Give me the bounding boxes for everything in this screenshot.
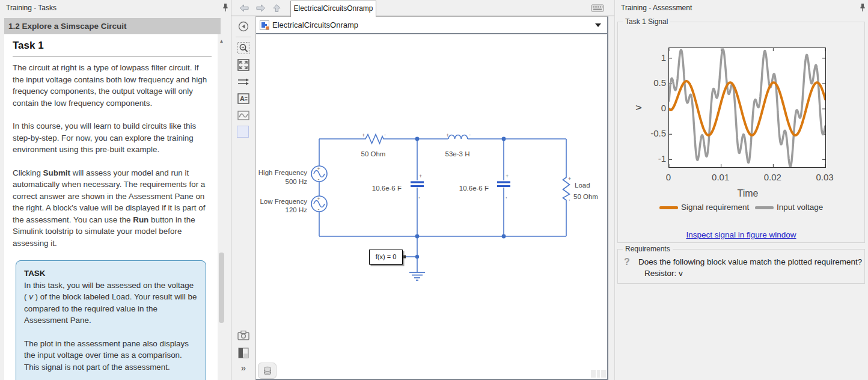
y-tick-label: -1 <box>640 153 666 164</box>
task-box-paragraph: The plot in the assessment pane also dis… <box>24 338 198 373</box>
palette-divider <box>236 37 251 37</box>
solver-block[interactable]: f(x) = 0 <box>369 250 403 265</box>
section-header[interactable]: 1.2 Explore a Simscape Circuit <box>4 18 221 34</box>
canvas-corner-widget[interactable] <box>591 370 596 378</box>
legend-input-voltage: Input voltage <box>777 203 823 212</box>
input-voltage-swatch <box>755 206 774 209</box>
y-tick-label: 1 <box>640 52 666 63</box>
svg-text:,: , <box>418 193 420 199</box>
pin-icon[interactable] <box>222 3 229 13</box>
editor-palette: A » <box>231 16 255 380</box>
svg-text:A: A <box>240 95 245 102</box>
canvas-corner-widget[interactable] <box>601 370 606 378</box>
svg-text:+: + <box>419 173 422 179</box>
x-tick-label: 0.01 <box>706 172 736 182</box>
svg-text:+: + <box>317 196 320 202</box>
collapse-browser-icon[interactable] <box>237 20 250 33</box>
y-tick-label: 0.5 <box>640 78 666 88</box>
viewer-icon[interactable] <box>237 109 250 122</box>
capacitor2-label: 10.6e-6 F <box>435 184 489 192</box>
high-frequency-value-label: 500 Hz <box>256 177 307 186</box>
task-paragraph: The circuit at right is a type of lowpas… <box>13 62 212 109</box>
svg-text:,: , <box>569 195 570 201</box>
model-canvas[interactable]: +- +- +, +, +, +- +- 50 Ohm 53e-3 H 10.6… <box>256 35 607 379</box>
low-frequency-value-label: 120 Hz <box>256 206 307 214</box>
requirements-group-label: Requirements <box>623 245 673 253</box>
zoom-region-icon[interactable] <box>237 41 250 55</box>
breadcrumb-bar: ElectricalCircuitsOnramp <box>256 17 607 34</box>
signal-routing-icon[interactable] <box>237 75 250 88</box>
tasks-scrollbar[interactable]: ▲ <box>218 36 225 380</box>
screenshot-icon[interactable] <box>237 329 250 342</box>
requirement-detail: Resistor: v <box>644 269 683 278</box>
task-box-paragraph: In this task, you will be assessed on th… <box>24 280 198 326</box>
task-heading: Task 1 <box>13 40 212 52</box>
svg-text:-: - <box>318 206 320 212</box>
forward-arrow-icon[interactable] <box>255 4 266 13</box>
task-callout-box: TASK In this task, you will be assessed … <box>16 260 206 380</box>
task-description: Task 1 The circuit at right is a type of… <box>4 34 218 380</box>
x-tick-label: 0.03 <box>810 172 840 182</box>
svg-text:+: + <box>362 132 365 138</box>
task-paragraph: Clicking Submit will assess your model a… <box>13 167 212 250</box>
breadcrumb-dropdown-icon[interactable] <box>595 23 601 27</box>
task-paragraph: In this course, you will learn to build … <box>13 120 212 156</box>
svg-text:-: - <box>469 132 471 138</box>
data-inspector-icon <box>263 366 272 376</box>
y-tick-label: -0.5 <box>640 128 666 138</box>
assessment-panel-title: Training - Assessment <box>615 0 868 16</box>
svg-text:+: + <box>317 166 320 172</box>
signal-group-label: Task 1 Signal <box>623 17 670 26</box>
x-tick-label: 0.02 <box>757 172 787 182</box>
scrollbar-up-arrow[interactable]: ▲ <box>219 38 224 44</box>
question-mark-icon: ? <box>624 257 630 268</box>
signal-plot <box>668 48 826 168</box>
assessment-panel: Training - Assessment Task 1 Signal 10.5… <box>614 0 868 380</box>
up-arrow-icon[interactable] <box>272 4 282 13</box>
plot-x-axis-label: Time <box>668 188 827 199</box>
high-frequency-source-label: High Frequency <box>256 168 307 177</box>
inductor-label: 53e-3 H <box>439 150 475 158</box>
svg-text:,: , <box>506 193 507 199</box>
svg-text:-: - <box>318 176 320 182</box>
model-badge-icon <box>260 20 269 30</box>
fit-to-view-icon[interactable] <box>237 58 250 72</box>
task1-signal-group: Task 1 Signal 10.50-0.5-100.010.020.03 v… <box>617 22 865 243</box>
plot-y-axis-label: v <box>633 105 644 110</box>
dock-panel-icon[interactable] <box>237 346 250 360</box>
circuit-diagram: +- +- +, +, +, +- +- <box>256 35 608 379</box>
heading-rule <box>13 56 212 57</box>
capacitor1-label: 10.6e-6 F <box>347 184 402 192</box>
svg-text:+: + <box>506 173 509 179</box>
breadcrumb-model-name[interactable]: ElectricalCircuitsOnramp <box>272 17 358 34</box>
scrollbar-thumb[interactable] <box>219 253 224 323</box>
model-frame: ElectricalCircuitsOnramp <box>255 16 608 380</box>
simulink-editor: ElectricalCircuitsOnramp A » ElectricalC… <box>231 0 614 380</box>
back-arrow-icon[interactable] <box>239 4 249 13</box>
inspect-signal-link[interactable]: Inspect signal in figure window <box>618 230 864 239</box>
task-box-title: TASK <box>24 268 198 280</box>
series-resistor-label: 50 Ohm <box>355 150 391 158</box>
keyboard-icon[interactable] <box>591 3 604 13</box>
svg-text:+: + <box>446 132 449 138</box>
svg-text:+: + <box>568 176 571 182</box>
low-frequency-source-label: Low Frequency <box>256 197 307 206</box>
svg-text:-: - <box>384 132 386 138</box>
load-name-label: Load <box>575 181 608 189</box>
signal-requirement-swatch <box>659 206 678 209</box>
annotation-icon[interactable]: A <box>237 92 250 105</box>
requirements-group: Requirements ? Does the following block … <box>617 249 865 284</box>
legend-signal-requirement: Signal requirement <box>681 203 749 212</box>
signal-plot-curves <box>669 48 825 167</box>
pin-icon[interactable] <box>859 3 866 13</box>
area-icon[interactable] <box>237 126 249 138</box>
x-tick-label: 0 <box>653 172 683 182</box>
load-value-label: 50 Ohm <box>573 192 607 201</box>
tasks-panel: Training - Tasks 1.2 Explore a Simscape … <box>0 0 231 380</box>
data-inspector-button[interactable] <box>258 363 277 379</box>
requirement-question: Does the following block value match the… <box>638 257 862 266</box>
canvas-corner-widget[interactable] <box>597 370 600 378</box>
tasks-panel-title: Training - Tasks <box>0 0 231 16</box>
expand-toolbar-icon[interactable]: » <box>237 361 250 375</box>
model-tab[interactable]: ElectricalCircuitsOnramp <box>290 1 376 17</box>
